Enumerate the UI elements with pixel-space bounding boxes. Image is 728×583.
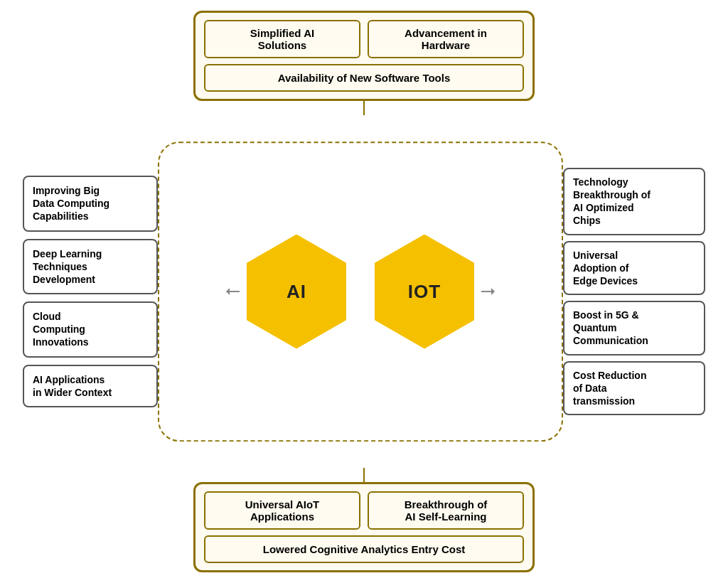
- left-item-cloud: Cloud Computing Innovations: [23, 301, 158, 358]
- hexagons-row: AI IOT: [247, 235, 474, 349]
- top-item-software-tools: Availability of New Software Tools: [204, 64, 524, 92]
- top-box-row1: Simplified AI Solutions Advancement in H…: [204, 20, 524, 58]
- top-item-advancement-hardware: Advancement in Hardware: [368, 20, 524, 58]
- middle-section: Improving Big Data Computing Capabilitie…: [23, 115, 705, 468]
- connector-top: [363, 101, 365, 115]
- bottom-box: Universal AIoT Applications Breakthrough…: [193, 482, 535, 572]
- left-item-bigdata: Improving Big Data Computing Capabilitie…: [23, 176, 158, 232]
- right-panel: Technology Breakthrough of AI Optimized …: [563, 168, 705, 415]
- right-item-tech-breakthrough: Technology Breakthrough of AI Optimized …: [563, 168, 705, 235]
- ai-hexagon: AI: [247, 235, 346, 349]
- iot-hexagon-wrap: IOT: [375, 235, 474, 349]
- connector-left-ai: [227, 291, 240, 292]
- iot-label: IOT: [408, 281, 441, 303]
- bottom-item-aiot: Universal AIoT Applications: [204, 491, 360, 530]
- center-area: AI IOT: [158, 115, 563, 468]
- right-item-5g: Boost in 5G & Quantum Communication: [563, 301, 705, 355]
- bottom-box-row1: Universal AIoT Applications Breakthrough…: [204, 491, 524, 530]
- main-diagram: Simplified AI Solutions Advancement in H…: [23, 11, 705, 572]
- right-item-edge-devices: Universal Adoption of Edge Devices: [563, 241, 705, 296]
- left-item-deeplearning: Deep Learning Techniques Development: [23, 239, 158, 295]
- bottom-item-self-learning: Breakthrough of AI Self-Learning: [368, 491, 524, 530]
- top-item-simplified-ai: Simplified AI Solutions: [204, 20, 360, 58]
- connector-right-iot: [481, 291, 494, 292]
- ai-hexagon-wrap: AI: [247, 235, 346, 349]
- iot-hexagon: IOT: [375, 235, 474, 349]
- right-item-cost-reduction: Cost Reduction of Data transmission: [563, 361, 705, 416]
- left-panel: Improving Big Data Computing Capabilitie…: [23, 176, 158, 407]
- ai-label: AI: [287, 281, 306, 303]
- connector-bottom: [363, 468, 365, 482]
- left-item-ai-applications: AI Applications in Wider Context: [23, 365, 158, 407]
- top-box: Simplified AI Solutions Advancement in H…: [193, 11, 535, 101]
- bottom-item-cognitive: Lowered Cognitive Analytics Entry Cost: [204, 535, 524, 563]
